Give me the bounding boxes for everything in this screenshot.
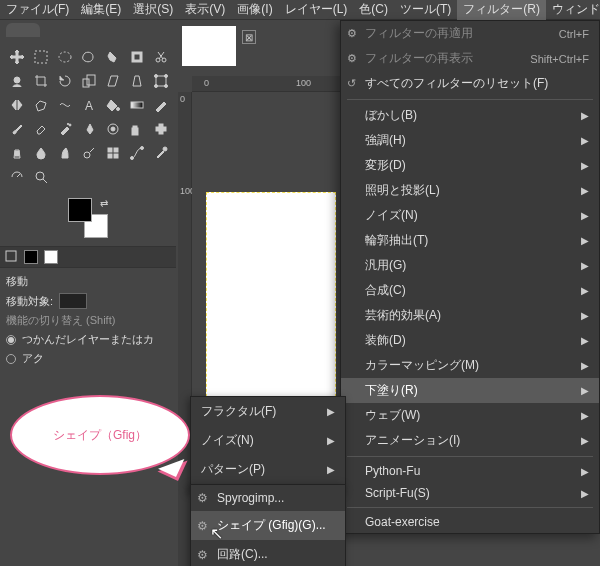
eraser-tool[interactable] (30, 118, 52, 140)
paths-tool[interactable] (126, 142, 148, 164)
menu-file[interactable]: ファイル(F) (0, 0, 75, 20)
crop-tool[interactable] (30, 70, 52, 92)
menu-filters[interactable]: フィルター(R) (457, 0, 546, 20)
canvas[interactable] (206, 192, 336, 412)
filters-light[interactable]: 照明と投影(L)▶ (341, 178, 599, 203)
document-thumbnail[interactable] (182, 26, 236, 66)
svg-point-11 (165, 75, 168, 78)
paintbrush-tool[interactable] (6, 118, 28, 140)
move-tool[interactable] (6, 46, 28, 68)
menu-colors[interactable]: 色(C) (353, 0, 394, 20)
heal-tool[interactable] (150, 118, 172, 140)
fuzzy-select-tool[interactable] (102, 46, 124, 68)
smudge-tool[interactable] (54, 142, 76, 164)
swatch-black[interactable] (24, 250, 38, 264)
menu-windows[interactable]: ウィンドウ(W) (546, 0, 600, 20)
filters-animation[interactable]: アニメーション(I)▶ (341, 428, 599, 453)
zoom-tool[interactable] (30, 166, 52, 188)
pattern-gfig[interactable]: ⚙シェイプ (Gfig)(G)... (191, 511, 345, 540)
mypaint-tool[interactable] (102, 118, 124, 140)
filters-map[interactable]: カラーマッピング(M)▶ (341, 353, 599, 378)
svg-rect-8 (87, 75, 95, 85)
ink-tool[interactable] (78, 118, 100, 140)
rect-select-tool[interactable] (30, 46, 52, 68)
color-select-tool[interactable] (126, 46, 148, 68)
ellipse-select-tool[interactable] (54, 46, 76, 68)
filters-reset-all[interactable]: ↺すべてのフィルターのリセット(F) (341, 71, 599, 96)
svg-point-33 (163, 147, 167, 151)
filters-reshow[interactable]: ⚙フィルターの再表示Shift+Ctrl+F (341, 46, 599, 71)
perspective-clone-tool[interactable] (6, 142, 28, 164)
menu-image[interactable]: 画像(I) (231, 0, 278, 20)
filters-noise[interactable]: ノイズ(N)▶ (341, 203, 599, 228)
filters-artistic[interactable]: 芸術的効果(A)▶ (341, 303, 599, 328)
tool-options-tab[interactable] (4, 249, 18, 266)
filters-distort[interactable]: 変形(D)▶ (341, 153, 599, 178)
svg-rect-3 (134, 54, 140, 60)
free-select-tool[interactable] (78, 46, 100, 68)
menu-select[interactable]: 選択(S) (127, 0, 179, 20)
filters-python-fu[interactable]: Python-Fu▶ (341, 460, 599, 482)
radio-picked-layer[interactable] (6, 335, 16, 345)
filters-enhance[interactable]: 強調(H)▶ (341, 128, 599, 153)
filters-web[interactable]: ウェブ(W)▶ (341, 403, 599, 428)
perspective-tool[interactable] (126, 70, 148, 92)
swap-colors-icon[interactable]: ⇄ (100, 198, 108, 209)
render-noise[interactable]: ノイズ(N)▶ (191, 426, 345, 455)
cage-tool[interactable] (30, 94, 52, 116)
menu-edit[interactable]: 編集(E) (75, 0, 127, 20)
callout-text: シェイプ（Gfig） (53, 427, 147, 444)
menubar: ファイル(F) 編集(E) 選択(S) 表示(V) 画像(I) レイヤー(L) … (0, 0, 600, 20)
menu-tools[interactable]: ツール(T) (394, 0, 457, 20)
radio-active[interactable] (6, 354, 16, 364)
svg-rect-30 (114, 154, 118, 158)
rotate-tool[interactable] (54, 70, 76, 92)
pattern-circuit[interactable]: ⚙回路(C)... (191, 540, 345, 566)
filters-render[interactable]: 下塗り(R)▶ (341, 378, 599, 403)
clone-tool[interactable] (126, 118, 148, 140)
handle-transform-tool[interactable] (150, 70, 172, 92)
menu-view[interactable]: 表示(V) (179, 0, 231, 20)
svg-point-20 (111, 127, 115, 131)
flip-tool[interactable] (6, 94, 28, 116)
svg-rect-27 (108, 148, 112, 152)
svg-point-18 (67, 123, 68, 124)
radio-picked-layer-label: つかんだレイヤーまたはカ (22, 332, 154, 347)
filters-edge[interactable]: 輪郭抽出(T)▶ (341, 228, 599, 253)
swatch-white[interactable] (44, 250, 58, 264)
filters-combine[interactable]: 合成(C)▶ (341, 278, 599, 303)
bucket-fill-tool[interactable] (102, 94, 124, 116)
tool-options: 移動 移動対象: 機能の切り替え (Shift) つかんだレイヤーまたはカ アク (0, 268, 176, 376)
svg-point-26 (84, 152, 90, 158)
measure-tool[interactable] (6, 166, 28, 188)
render-fractal[interactable]: フラクタル(F)▶ (191, 397, 345, 426)
blur-tool[interactable] (30, 142, 52, 164)
pencil-tool[interactable] (150, 94, 172, 116)
move-target-label: 移動対象: (6, 294, 53, 309)
align-tool[interactable] (102, 142, 124, 164)
scissors-tool[interactable] (150, 46, 172, 68)
filters-script-fu[interactable]: Script-Fu(S)▶ (341, 482, 599, 504)
filters-blur[interactable]: ぼかし(B)▶ (341, 103, 599, 128)
foreground-select-tool[interactable] (6, 70, 28, 92)
shear-tool[interactable] (102, 70, 124, 92)
move-mode-layer[interactable] (59, 293, 87, 309)
scale-tool[interactable] (78, 70, 100, 92)
fg-bg-colors[interactable]: ⇄ (68, 198, 108, 238)
text-tool[interactable]: A (78, 94, 100, 116)
pattern-spyrogimp[interactable]: ⚙Spyrogimp... (191, 485, 345, 511)
menu-layer[interactable]: レイヤー(L) (279, 0, 354, 20)
fg-color[interactable] (68, 198, 92, 222)
document-close-button[interactable]: ⊠ (242, 30, 256, 44)
render-pattern[interactable]: パターン(P)▶ (191, 455, 345, 484)
dodge-tool[interactable] (78, 142, 100, 164)
gradient-tool[interactable] (126, 94, 148, 116)
filters-reapply[interactable]: ⚙フィルターの再適用Ctrl+F (341, 21, 599, 46)
filters-decor[interactable]: 装飾(D)▶ (341, 328, 599, 353)
color-picker-tool[interactable] (150, 142, 172, 164)
svg-rect-28 (114, 148, 118, 152)
airbrush-tool[interactable] (54, 118, 76, 140)
warp-tool[interactable] (54, 94, 76, 116)
filters-goat[interactable]: Goat-exercise (341, 511, 599, 533)
filters-generic[interactable]: 汎用(G)▶ (341, 253, 599, 278)
